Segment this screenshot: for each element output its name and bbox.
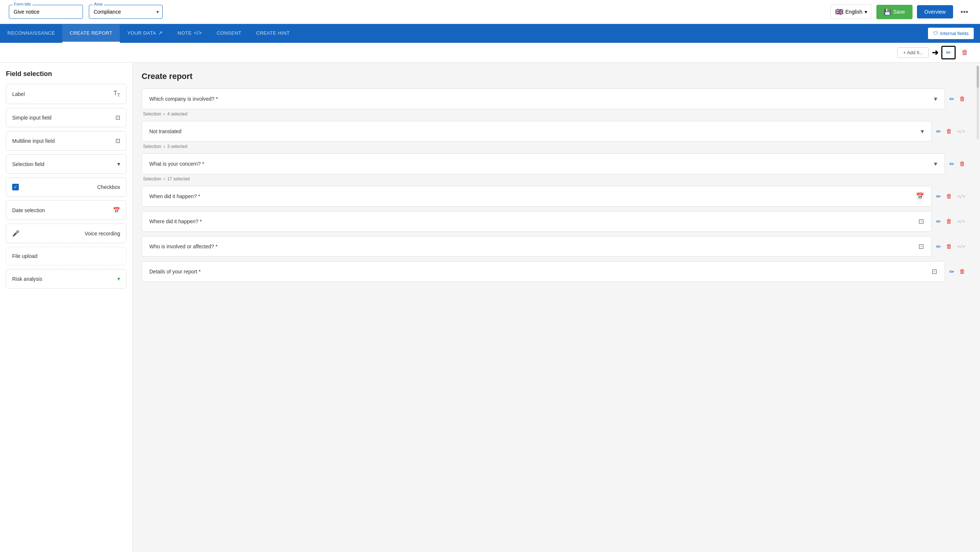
delete-where-button[interactable]: 🗑 bbox=[945, 217, 953, 226]
edit-who-button[interactable]: ✏ bbox=[935, 242, 942, 252]
sidebar-item-risk-analysis[interactable]: Risk analysis ▾ bbox=[6, 269, 126, 289]
edit-highlighted-button[interactable]: ✏ bbox=[941, 46, 956, 59]
field-details-label: Details of your report * bbox=[150, 269, 200, 274]
internal-fields-label: Internal fields bbox=[940, 30, 969, 36]
tab-reconnaissance[interactable]: RECONNAISSANCE bbox=[0, 24, 62, 43]
sidebar-item-multiline-input[interactable]: Multiline input field ⊡ bbox=[6, 131, 126, 150]
form-title-label: Form title bbox=[13, 2, 32, 6]
tab-note[interactable]: NOTE </> bbox=[170, 24, 209, 43]
sidebar-item-simple-input[interactable]: Simple input field ⊡ bbox=[6, 108, 126, 127]
form-field-group: Form title Area Compliance ▾ bbox=[9, 5, 824, 19]
form-title-input[interactable] bbox=[9, 5, 83, 19]
sidebar-title: Field selection bbox=[6, 70, 126, 78]
selection-chevron-icon3: › bbox=[163, 176, 165, 182]
language-button[interactable]: 🇬🇧 English ▾ bbox=[830, 5, 872, 19]
calendar-icon: 📅 bbox=[113, 207, 120, 214]
field-details-actions: ✏ 🗑 bbox=[948, 267, 967, 277]
field-concern-actions: ✏ 🗑 bbox=[948, 159, 967, 169]
save-label: Save bbox=[893, 9, 905, 15]
input-field-icon2: ⊡ bbox=[918, 242, 924, 250]
delete-concern-button[interactable]: 🗑 bbox=[958, 159, 967, 169]
top-header: Form title Area Compliance ▾ 🇬🇧 English … bbox=[0, 0, 980, 24]
field-when-actions: ✏ 🗑 </> bbox=[935, 191, 967, 201]
edit-when-button[interactable]: ✏ bbox=[935, 191, 942, 201]
save-button[interactable]: 💾 Save bbox=[877, 5, 913, 19]
area-select[interactable]: Compliance bbox=[89, 5, 162, 19]
field-row-when: When did it happen? * 📅 ✏ 🗑 </> bbox=[142, 186, 967, 207]
form-title-field: Form title bbox=[9, 5, 83, 19]
field-row-details: Details of your report * ⊡ ✏ 🗑 bbox=[142, 261, 967, 282]
internal-fields-button[interactable]: 🛡 Internal fields bbox=[928, 27, 974, 40]
tab-your-data[interactable]: YOUR DATA ↗ bbox=[120, 24, 170, 43]
tab-create-hint[interactable]: CREATE HINT bbox=[249, 24, 297, 43]
sidebar: Field selection Label TT Simple input fi… bbox=[0, 63, 133, 552]
input-field-icon: ⊡ bbox=[918, 217, 924, 225]
sidebar-item-label[interactable]: Label TT bbox=[6, 84, 126, 104]
main-layout: Field selection Label TT Simple input fi… bbox=[0, 63, 980, 552]
dropdown-chevron-icon3: ▾ bbox=[934, 160, 937, 168]
selection-chevron-icon: › bbox=[163, 112, 165, 116]
scrollbar[interactable] bbox=[975, 63, 980, 552]
delete-top-button[interactable]: 🗑 bbox=[959, 47, 971, 58]
tab-create-hint-label: CREATE HINT bbox=[256, 30, 290, 36]
more-options-button[interactable]: ••• bbox=[958, 6, 971, 18]
edit-company-button[interactable]: ✏ bbox=[948, 94, 956, 104]
multiline-icon: ⊡ bbox=[115, 137, 120, 144]
sidebar-item-date-selection[interactable]: Date selection 📅 bbox=[6, 200, 126, 220]
edit-where-button[interactable]: ✏ bbox=[935, 217, 942, 227]
edit-not-translated-button[interactable]: ✏ bbox=[935, 126, 942, 137]
overview-button[interactable]: Overview bbox=[917, 5, 953, 18]
code-when-button[interactable]: </> bbox=[956, 192, 967, 200]
selection-chevron-icon2: › bbox=[163, 144, 165, 149]
code-not-translated-button[interactable]: </> bbox=[956, 127, 967, 136]
field-concern: What is your concern? * ▾ bbox=[142, 153, 945, 174]
microphone-icon: 🎤 bbox=[12, 230, 19, 237]
trash-icon: 🗑 bbox=[962, 49, 968, 56]
dropdown-chevron-icon2: ▾ bbox=[921, 127, 924, 136]
sidebar-item-voice-recording[interactable]: 🎤 Voice recording bbox=[6, 223, 126, 243]
code-who-button[interactable]: </> bbox=[956, 242, 967, 250]
content-area: Create report Which company is involved?… bbox=[133, 63, 975, 552]
field-row-company: Which company is involved? * ▾ ✏ 🗑 bbox=[142, 89, 967, 109]
delete-when-button[interactable]: 🗑 bbox=[945, 191, 953, 201]
field-where: Where did it happen? * ⊡ bbox=[142, 211, 932, 232]
shield-icon: 🛡 bbox=[933, 30, 938, 36]
field-when-label: When did it happen? * bbox=[150, 193, 200, 199]
tab-create-report-label: CREATE REPORT bbox=[70, 30, 113, 36]
checkbox-icon: ✓ bbox=[12, 184, 19, 190]
pencil-icon: ✏ bbox=[946, 49, 951, 56]
tab-your-data-label: YOUR DATA bbox=[127, 30, 156, 36]
delete-details-button[interactable]: 🗑 bbox=[958, 267, 967, 276]
risk-chevron-icon: ▾ bbox=[117, 275, 120, 282]
field-concern-label: What is your concern? * bbox=[150, 161, 204, 167]
code-where-button[interactable]: </> bbox=[956, 217, 967, 225]
nav-right: 🛡 Internal fields bbox=[928, 27, 980, 40]
area-label: Area bbox=[92, 2, 104, 6]
sidebar-item-file-upload[interactable]: File upload bbox=[6, 247, 126, 265]
field-where-actions: ✏ 🗑 </> bbox=[935, 217, 967, 227]
concern-selection-info: Selection › 17 selected bbox=[142, 176, 967, 182]
input-field-icon3: ⊡ bbox=[932, 268, 937, 276]
delete-not-translated-button[interactable]: 🗑 bbox=[945, 126, 953, 136]
overview-label: Overview bbox=[924, 9, 946, 15]
edit-concern-button[interactable]: ✏ bbox=[948, 159, 956, 169]
tab-create-report[interactable]: CREATE REPORT bbox=[62, 24, 120, 43]
field-who-actions: ✏ 🗑 </> bbox=[935, 242, 967, 252]
delete-company-button[interactable]: 🗑 bbox=[958, 94, 967, 104]
text-format-icon: TT bbox=[113, 90, 120, 98]
delete-who-button[interactable]: 🗑 bbox=[945, 242, 953, 251]
sidebar-item-selection-field[interactable]: Selection field ▾ bbox=[6, 154, 126, 174]
sidebar-item-checkbox[interactable]: ✓ Checkbox bbox=[6, 177, 126, 197]
add-field-button[interactable]: + Add fi... bbox=[897, 47, 929, 58]
tab-consent[interactable]: CONSENT bbox=[209, 24, 249, 43]
arrow-indicator: ➜ bbox=[932, 48, 938, 57]
language-label: English bbox=[845, 9, 862, 15]
field-details: Details of your report * ⊡ bbox=[142, 261, 945, 282]
field-company-label: Which company is involved? * bbox=[150, 96, 218, 102]
field-company: Which company is involved? * ▾ bbox=[142, 89, 945, 109]
field-row-where: Where did it happen? * ⊡ ✏ 🗑 </> bbox=[142, 211, 967, 232]
language-chevron-icon: ▾ bbox=[865, 9, 867, 15]
edit-details-button[interactable]: ✏ bbox=[948, 267, 956, 277]
field-who: Who is involved or affected? * ⊡ bbox=[142, 236, 932, 257]
tab-consent-label: CONSENT bbox=[217, 30, 242, 36]
